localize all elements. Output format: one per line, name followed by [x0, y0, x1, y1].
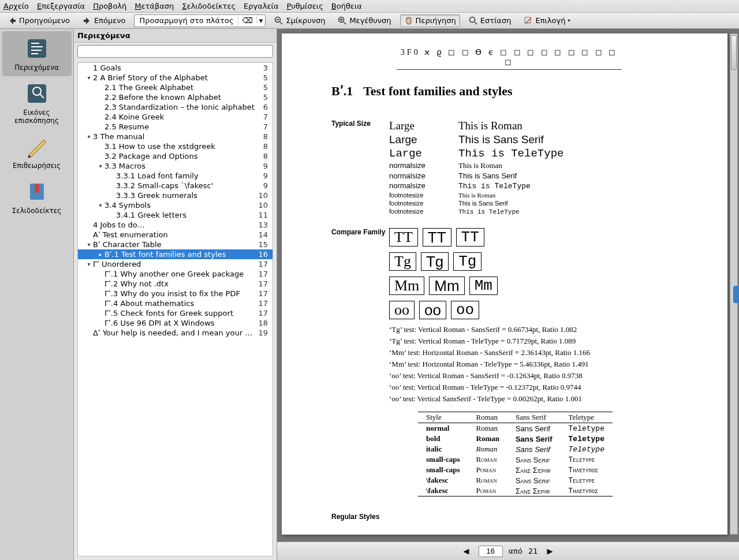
size-label: normalsize [389, 171, 458, 180]
leftbar-contents[interactable]: Περιεχόμενα [2, 31, 72, 76]
box-row: TgTgTg [389, 252, 687, 271]
toc-item[interactable]: ▾3.4 Symbols10 [78, 200, 273, 210]
menu-προβολή[interactable]: Προβολή [93, 2, 126, 10]
toc-item[interactable]: Γʹ.6 Use 96 DPI at X Windows18 [78, 318, 273, 328]
toc-page: 5 [259, 93, 270, 102]
toc-label: Γʹ.5 Check fonts for Greek support [104, 309, 253, 318]
menu-εργαλεία[interactable]: Εργαλεία [244, 2, 278, 10]
magnifier-icon [469, 16, 478, 25]
toc-label: 3.1 How to use the xstdgreek [104, 142, 259, 151]
zoom-in-button[interactable]: Μεγέθυνση [334, 14, 395, 27]
page-prev-icon[interactable]: ◀ [460, 546, 473, 557]
scroll-thumb[interactable] [731, 35, 737, 70]
side-panel: Περιεχόμενα 1 Goals3▾2 A Brief Story of … [74, 29, 277, 560]
test-line: ‘Tg’ test: Vertical Roman - TeleType = 0… [389, 337, 687, 346]
sans-cell: Σανς Σέριφ [507, 465, 561, 475]
toc-tree[interactable]: 1 Goals3▾2 A Brief Story of the Alphabet… [77, 62, 273, 557]
toc-label: 2.5 Resume [104, 122, 259, 131]
clear-icon[interactable]: ⌫ [238, 16, 256, 25]
toc-item[interactable]: ▾2 A Brief Story of the Alphabet5 [78, 73, 273, 83]
toc-item[interactable]: 3.2 Package and Options8 [78, 151, 273, 161]
toc-item[interactable]: 3.4.1 Greek letters11 [78, 210, 273, 220]
toc-page: 7 [259, 122, 270, 131]
table-header: Teletype [561, 412, 613, 423]
focus-mode-button[interactable]: Εστίαση [465, 14, 516, 27]
toc-item[interactable]: 2.3 Standardization – the Ionic alphabet… [78, 102, 273, 112]
toc-item[interactable]: Αʹ Test enumeration14 [78, 230, 273, 240]
leftbar-label: Περιεχόμενα [14, 64, 59, 72]
leftbar-reviews[interactable]: Επιθεωρήσεις [2, 129, 72, 174]
menu-επεξεργασία[interactable]: Επεξεργασία [37, 2, 85, 10]
select-mode-button[interactable]: Επιλογή ▾ [520, 14, 574, 27]
toc-item[interactable]: 1 Goals3 [78, 63, 273, 73]
table-header: Sans Serif [507, 412, 561, 423]
page-content[interactable]: 3F0 ϰ ϱ ◻ ◻ ϴ ϵ ◻ ◻ ◻ ◻ ◻ ◻ ◻ ◻ ◻ ◻ Βʹ.1… [282, 33, 727, 535]
toc-search [77, 45, 273, 58]
size-sample: This is Sans Serif [458, 171, 517, 180]
leftbar-thumbs[interactable]: Εικόνες επισκόπησης [2, 76, 72, 129]
toc-item[interactable]: Γʹ.5 Check fonts for Greek support17 [78, 308, 273, 318]
hand-icon [404, 16, 413, 25]
browse-mode-button[interactable]: Περιήγηση [400, 14, 460, 27]
table-header: Roman [468, 412, 507, 423]
toc-page: 6 [259, 103, 270, 111]
chevron-down-icon[interactable]: ▾ [256, 16, 266, 25]
toc-item[interactable]: ▾3.3 Macros9 [78, 161, 273, 171]
toc-page: 17 [253, 309, 270, 318]
toc-item[interactable]: ▾Βʹ Character Table15 [78, 240, 273, 249]
expand-icon[interactable]: ▾ [85, 261, 93, 267]
toc-item[interactable]: 3.3.1 Load font family9 [78, 171, 273, 181]
toc-item[interactable]: Γʹ.2 Why not .dtx17 [78, 279, 273, 289]
expand-icon[interactable]: ▾ [96, 163, 104, 169]
dropdown-icon[interactable]: ▾ [568, 18, 570, 23]
select-icon [524, 16, 533, 25]
expand-icon[interactable]: ▸ [96, 251, 104, 257]
side-handle[interactable] [733, 286, 739, 303]
table-row: boldRomanSans SerifTeletype [418, 434, 613, 444]
expand-icon[interactable]: ▾ [85, 74, 93, 81]
search-input[interactable] [77, 45, 273, 58]
vertical-scrollbar[interactable] [730, 33, 738, 535]
menu-βοήθεια[interactable]: Βοήθεια [331, 2, 362, 10]
toc-item[interactable]: ▾3 The manual8 [78, 132, 273, 141]
toc-item[interactable]: 3.1 How to use the xstdgreek8 [78, 141, 273, 151]
toc-item[interactable]: 4 Jobs to do…13 [78, 220, 273, 230]
menu-μετάβαση[interactable]: Μετάβαση [135, 2, 174, 10]
size-sample: This is Sans Serif [458, 133, 544, 146]
page-next-icon[interactable]: ▶ [543, 546, 556, 557]
zoom-out-button[interactable]: Σμίκρυνση [270, 14, 329, 27]
size-label: normalsize [389, 161, 458, 170]
svg-rect-12 [31, 43, 39, 44]
toc-item[interactable]: 2.4 Koine Greek7 [78, 112, 273, 122]
toc-item[interactable]: 2.1 The Greek Alphabet5 [78, 83, 273, 92]
expand-icon[interactable]: ▾ [85, 241, 93, 248]
toc-page: 19 [253, 328, 270, 337]
menu-αρχείο[interactable]: Αρχείο [3, 2, 29, 10]
next-button[interactable]: Επόμενο [79, 14, 130, 27]
zoom-select[interactable]: Προσαρμογή στο πλάτος ⌫ ▾ [134, 14, 266, 27]
toc-item[interactable]: ▸Βʹ.1 Test font families and styles16 [78, 249, 273, 259]
toc-item[interactable]: 3.3.3 Greek numerals10 [78, 191, 273, 200]
page-input[interactable] [479, 546, 503, 557]
prev-button[interactable]: Προηγούμενο [3, 14, 74, 27]
toc-item[interactable]: Δʹ Your help is needed, and I mean your … [78, 328, 273, 338]
toc-item[interactable]: Γʹ.4 About mathematics17 [78, 298, 273, 308]
expand-icon[interactable]: ▾ [96, 202, 104, 208]
sans-cell: Sans Serif [507, 423, 561, 434]
toc-label: Βʹ.1 Test font families and styles [104, 250, 253, 259]
toc-item[interactable]: Γʹ.1 Why another one Greek package17 [78, 269, 273, 279]
toc-page: 8 [259, 132, 270, 141]
test-line: ‘Mm’ test: Horizontal Roman - SansSerif … [389, 348, 687, 357]
leftbar-bookmarks[interactable]: Σελιδοδείκτες [2, 174, 72, 219]
menu-ρυθμίσεις[interactable]: Ρυθμίσεις [287, 2, 323, 10]
toc-item[interactable]: ▾Γʹ Unordered17 [78, 259, 273, 269]
toc-item[interactable]: 2.5 Resume7 [78, 122, 273, 132]
toc-item[interactable]: 3.3.2 Small-caps `\fakesc'9 [78, 181, 273, 191]
left-toolbar: ΠεριεχόμεναΕικόνες επισκόπησηςΕπιθεωρήσε… [0, 29, 74, 560]
menu-σελιδοδείκτες[interactable]: Σελιδοδείκτες [182, 2, 236, 10]
toc-item[interactable]: 2.2 Before the known Alphabet5 [78, 92, 273, 102]
toc-item[interactable]: Γʹ.3 Why do you insist to fix the PDF17 [78, 289, 273, 298]
zoom-out-icon [274, 16, 283, 25]
expand-icon[interactable]: ▾ [85, 133, 93, 140]
styles-table: StyleRomanSans SerifTeletype normalRoman… [418, 412, 613, 496]
